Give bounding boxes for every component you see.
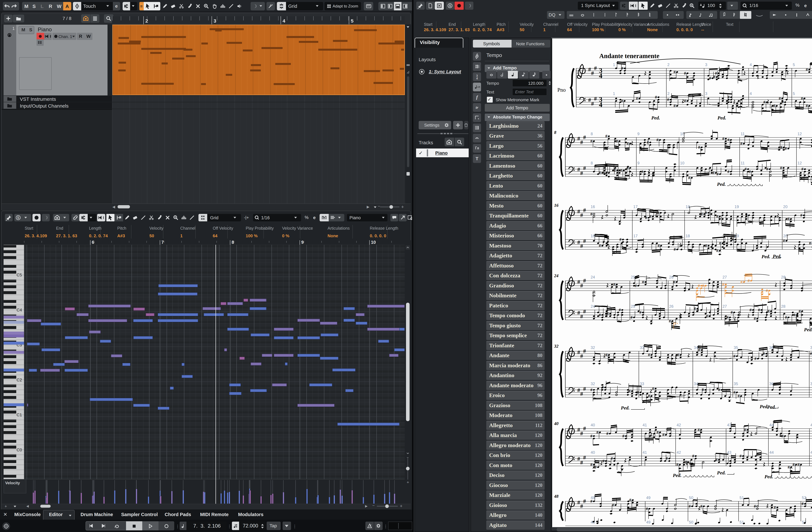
svg-text:tr: tr xyxy=(476,105,478,109)
svg-text:11: 11 xyxy=(741,161,744,165)
svg-text:#: # xyxy=(734,354,736,358)
svg-text:e: e xyxy=(115,3,118,9)
svg-text:12: 12 xyxy=(797,161,802,165)
svg-text:#: # xyxy=(583,425,586,431)
svg-text:Ped.: Ped. xyxy=(673,473,682,478)
svg-text:#: # xyxy=(768,309,770,313)
svg-text:45: 45 xyxy=(810,423,812,427)
svg-text:41: 41 xyxy=(643,423,647,427)
svg-text:#: # xyxy=(621,66,623,71)
svg-text:#: # xyxy=(780,165,782,170)
svg-text:#: # xyxy=(583,348,586,354)
svg-text:#: # xyxy=(774,505,776,510)
svg-text:4: 4 xyxy=(599,101,602,108)
svg-text:#: # xyxy=(673,103,676,108)
svg-text:#: # xyxy=(794,313,796,317)
svg-text:12: 12 xyxy=(797,132,802,136)
svg-text:#: # xyxy=(766,167,768,172)
svg-text:24: 24 xyxy=(591,304,595,309)
svg-text:#: # xyxy=(694,306,696,311)
svg-text:#: # xyxy=(599,171,601,175)
svg-text:45: 45 xyxy=(810,450,812,455)
svg-text:8: 8 xyxy=(591,132,593,136)
svg-text:Ped.: Ped. xyxy=(717,115,726,120)
svg-text:#: # xyxy=(685,460,687,464)
svg-text:#: # xyxy=(590,212,592,216)
svg-text:#: # xyxy=(785,315,787,320)
svg-text:#: # xyxy=(716,172,719,176)
svg-text:#: # xyxy=(649,214,651,219)
svg-text:#: # xyxy=(692,454,694,458)
svg-text:#: # xyxy=(712,171,714,175)
svg-text:44: 44 xyxy=(769,423,774,427)
svg-text:#: # xyxy=(636,96,638,101)
svg-text:#: # xyxy=(806,67,808,72)
svg-text:#: # xyxy=(718,387,720,392)
svg-text:#: # xyxy=(656,137,658,142)
svg-text:#: # xyxy=(715,71,717,76)
svg-text:#: # xyxy=(677,353,679,357)
svg-text:#: # xyxy=(577,456,580,462)
svg-text:#: # xyxy=(641,169,643,174)
svg-text:Pno: Pno xyxy=(557,87,566,93)
svg-text:#: # xyxy=(785,146,787,151)
svg-text:#: # xyxy=(763,100,765,104)
svg-text:Ped.: Ped. xyxy=(764,474,773,479)
svg-text:#: # xyxy=(800,213,802,218)
svg-text:#: # xyxy=(602,459,605,463)
svg-text:#: # xyxy=(647,140,649,145)
svg-text:17: 17 xyxy=(633,205,638,209)
svg-text:#: # xyxy=(806,103,808,108)
svg-text:#: # xyxy=(580,391,583,397)
svg-text:#: # xyxy=(605,171,607,175)
svg-text:42: 42 xyxy=(677,423,681,427)
svg-text:#: # xyxy=(580,459,583,466)
svg-text:#: # xyxy=(588,97,591,103)
svg-text:37: 37 xyxy=(810,345,812,350)
svg-text:25: 25 xyxy=(631,275,635,279)
svg-text:#: # xyxy=(662,432,664,437)
svg-text:49: 49 xyxy=(646,496,651,500)
svg-text:34: 34 xyxy=(694,345,698,350)
svg-text:#: # xyxy=(577,208,580,215)
svg-text:44: 44 xyxy=(769,450,774,455)
svg-text:#: # xyxy=(611,456,613,461)
svg-text:#: # xyxy=(599,313,601,317)
svg-text:26: 26 xyxy=(669,275,673,279)
svg-text:19: 19 xyxy=(735,234,739,238)
svg-text:#: # xyxy=(700,504,702,508)
svg-text:#: # xyxy=(766,288,768,293)
svg-text:40: 40 xyxy=(591,450,595,455)
svg-text:25: 25 xyxy=(631,304,635,309)
svg-text:16: 16 xyxy=(591,234,595,238)
svg-text:Andante teneramente: Andante teneramente xyxy=(599,52,659,60)
svg-text:#: # xyxy=(719,241,721,246)
svg-text:40: 40 xyxy=(554,421,559,426)
svg-text:33: 33 xyxy=(640,382,644,386)
svg-text:#: # xyxy=(595,465,597,470)
svg-text:4: 4 xyxy=(750,62,752,67)
svg-text:#: # xyxy=(583,238,586,244)
svg-text:#: # xyxy=(619,237,622,242)
svg-text:Ped.: Ped. xyxy=(761,254,770,259)
svg-text:#: # xyxy=(630,315,633,320)
svg-text:2: 2 xyxy=(667,91,669,96)
svg-text:#: # xyxy=(616,139,618,144)
svg-text:36: 36 xyxy=(769,345,773,350)
svg-text:50: 50 xyxy=(689,520,693,524)
svg-text:#: # xyxy=(716,214,718,219)
svg-text:#: # xyxy=(656,430,659,434)
svg-text:#: # xyxy=(727,169,729,174)
svg-text:27: 27 xyxy=(723,275,727,279)
svg-text:#: # xyxy=(591,70,594,76)
svg-text:#: # xyxy=(580,243,583,249)
svg-text:#: # xyxy=(655,95,657,100)
svg-text:#: # xyxy=(698,283,700,288)
svg-text:#: # xyxy=(716,248,718,253)
svg-text:#: # xyxy=(577,499,580,505)
svg-text:#: # xyxy=(577,279,580,285)
svg-text:18: 18 xyxy=(686,205,690,209)
svg-text:e: e xyxy=(313,215,316,220)
svg-text:#: # xyxy=(590,139,592,144)
svg-text:40: 40 xyxy=(591,423,595,427)
